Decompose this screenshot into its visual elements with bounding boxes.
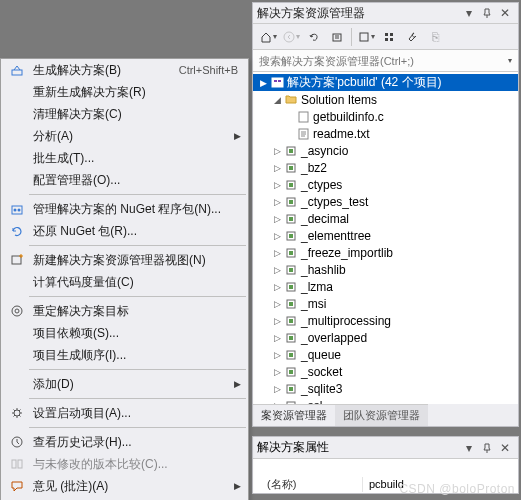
expand-icon[interactable]: ▷ <box>271 282 283 292</box>
menu-code-metrics[interactable]: 计算代码度量值(C) <box>1 271 248 293</box>
expand-icon[interactable]: ▷ <box>271 197 283 207</box>
project-icon <box>283 382 299 396</box>
tree-item[interactable]: ◢Solution Items <box>253 91 518 108</box>
tree-item[interactable]: ▷_elementtree <box>253 227 518 244</box>
tab-solution-explorer[interactable]: 案资源管理器 <box>253 404 335 426</box>
menu-build[interactable]: 生成解决方案(B) Ctrl+Shift+B <box>1 59 248 81</box>
tree-item[interactable]: getbuildinfo.c <box>253 108 518 125</box>
menu-order[interactable]: 项目生成顺序(I)... <box>1 344 248 366</box>
show-all-icon[interactable] <box>378 26 400 48</box>
tree-label: _hashlib <box>299 263 346 277</box>
back-icon[interactable] <box>280 26 302 48</box>
tree-item[interactable]: ▷_ctypes_test <box>253 193 518 210</box>
tree-label: _overlapped <box>299 331 367 345</box>
project-icon <box>283 263 299 277</box>
expand-icon[interactable]: ▷ <box>271 180 283 190</box>
expand-icon[interactable]: ▷ <box>271 299 283 309</box>
expand-icon[interactable]: ▷ <box>271 384 283 394</box>
svg-rect-20 <box>385 38 388 41</box>
expand-icon[interactable]: ▷ <box>271 231 283 241</box>
tree-item[interactable]: ▷_overlapped <box>253 329 518 346</box>
search-input[interactable] <box>253 55 502 67</box>
tree-item[interactable]: ▷_sqlite3 <box>253 380 518 397</box>
home-icon[interactable] <box>257 26 279 48</box>
menu-new-view[interactable]: 新建解决方案资源管理器视图(N) <box>1 249 248 271</box>
svg-rect-25 <box>299 112 308 122</box>
props-row[interactable]: (名称) pcbuild <box>253 475 518 493</box>
expand-icon[interactable]: ▷ <box>271 214 283 224</box>
tree-label: _decimal <box>299 212 349 226</box>
menu-add[interactable]: 添加(D) ▶ <box>1 373 248 395</box>
menu-nuget-restore[interactable]: 还原 NuGet 包(R)... <box>1 220 248 242</box>
tree-item[interactable]: ▷_asyncio <box>253 142 518 159</box>
expand-icon[interactable]: ▷ <box>271 248 283 258</box>
tree-item[interactable]: readme.txt <box>253 125 518 142</box>
menu-deps[interactable]: 项目依赖项(S)... <box>1 322 248 344</box>
expand-icon[interactable]: ▷ <box>271 265 283 275</box>
close-icon[interactable]: ✕ <box>496 4 514 22</box>
expand-icon[interactable]: ◢ <box>271 95 283 105</box>
svg-rect-30 <box>289 166 293 170</box>
expand-icon[interactable]: ▶ <box>257 78 269 88</box>
properties-panel: 解决方案属性 ▾ ✕ (名称) pcbuild <box>252 436 519 494</box>
svg-rect-17 <box>360 33 368 41</box>
folder-icon <box>283 93 299 107</box>
project-icon <box>283 195 299 209</box>
tree-item[interactable]: ▷_ctypes <box>253 176 518 193</box>
dropdown-icon[interactable]: ▾ <box>460 4 478 22</box>
preview-icon[interactable]: ⎘ <box>424 26 446 48</box>
menu-config[interactable]: 配置管理器(O)... <box>1 169 248 191</box>
svg-rect-34 <box>289 200 293 204</box>
menu-history[interactable]: 查看历史记录(H)... <box>1 431 248 453</box>
expand-icon[interactable]: ▷ <box>271 316 283 326</box>
props-body: (名称) pcbuild <box>253 458 518 493</box>
tab-team-explorer[interactable]: 团队资源管理器 <box>335 404 428 426</box>
tree-item[interactable]: ▷_queue <box>253 346 518 363</box>
svg-rect-9 <box>12 460 16 468</box>
menu-label: 计算代码度量值(C) <box>27 274 242 291</box>
tree-item[interactable]: ▷_ssl <box>253 397 518 404</box>
dropdown-icon[interactable]: ▾ <box>460 439 478 457</box>
tree-item[interactable]: ▷_socket <box>253 363 518 380</box>
menu-analyze[interactable]: 分析(A) ▶ <box>1 125 248 147</box>
toolbar-separator <box>351 28 352 46</box>
chevron-right-icon: ▶ <box>232 131 242 141</box>
menu-clean[interactable]: 清理解决方案(C) <box>1 103 248 125</box>
solution-explorer-panel: 解决方案资源管理器 ▾ ✕ ⎘ ▾ ▶ 解决方案'pcbuild' (42 个项… <box>252 2 519 427</box>
svg-rect-28 <box>289 149 293 153</box>
tree-item[interactable]: ▷_multiprocessing <box>253 312 518 329</box>
compare-icon <box>7 456 27 472</box>
tree-root[interactable]: ▶ 解决方案'pcbuild' (42 个项目) <box>253 74 518 91</box>
expand-icon[interactable]: ▷ <box>271 367 283 377</box>
menu-retarget[interactable]: 重定解决方案目标 <box>1 300 248 322</box>
svg-rect-36 <box>289 217 293 221</box>
expand-icon[interactable]: ▷ <box>271 146 283 156</box>
pending-icon[interactable] <box>326 26 348 48</box>
properties-icon[interactable] <box>401 26 423 48</box>
expand-icon[interactable]: ▷ <box>271 333 283 343</box>
scope-icon[interactable] <box>355 26 377 48</box>
tree-item[interactable]: ▷_bz2 <box>253 159 518 176</box>
expand-icon[interactable]: ▷ <box>271 350 283 360</box>
menu-compare[interactable]: 与未修改的版本比较(C)... <box>1 453 248 475</box>
tree-item[interactable]: ▷_msi <box>253 295 518 312</box>
project-icon <box>283 348 299 362</box>
expand-icon[interactable]: ▷ <box>271 163 283 173</box>
menu-label: 批生成(T)... <box>27 150 242 167</box>
close-icon[interactable]: ✕ <box>496 439 514 457</box>
sync-icon[interactable] <box>303 26 325 48</box>
menu-batch[interactable]: 批生成(T)... <box>1 147 248 169</box>
tree-label: _bz2 <box>299 161 327 175</box>
menu-nuget-manage[interactable]: 管理解决方案的 NuGet 程序包(N)... <box>1 198 248 220</box>
tree-item[interactable]: ▷_hashlib <box>253 261 518 278</box>
menu-startup[interactable]: 设置启动项目(A)... <box>1 402 248 424</box>
pin-icon[interactable] <box>478 4 496 22</box>
tree-item[interactable]: ▷_decimal <box>253 210 518 227</box>
tree-item[interactable]: ▷_freeze_importlib <box>253 244 518 261</box>
menu-feedback[interactable]: 意见 (批注)(A) ▶ <box>1 475 248 497</box>
menu-rebuild[interactable]: 重新生成解决方案(R) <box>1 81 248 103</box>
solution-tree[interactable]: ▶ 解决方案'pcbuild' (42 个项目) ◢Solution Items… <box>253 72 518 404</box>
pin-icon[interactable] <box>478 439 496 457</box>
tree-item[interactable]: ▷_lzma <box>253 278 518 295</box>
search-dropdown-icon[interactable]: ▾ <box>502 56 518 65</box>
